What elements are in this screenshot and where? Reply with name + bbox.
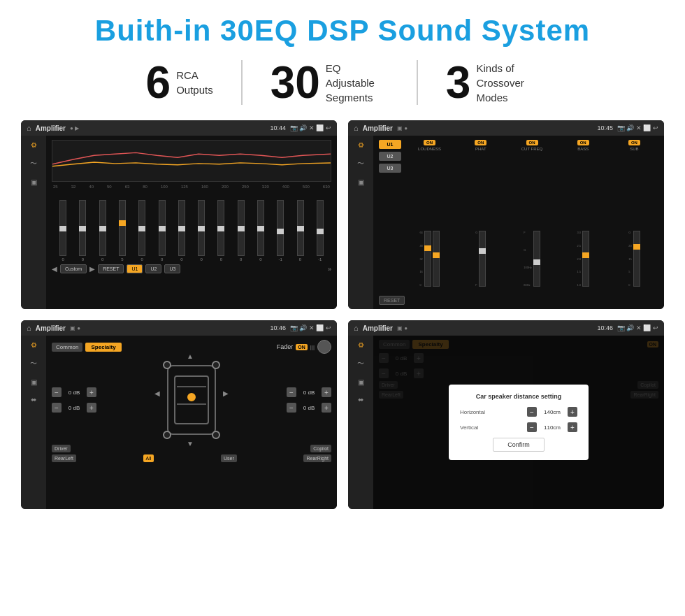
dialog-title: Car speaker distance setting: [460, 393, 577, 400]
bass-on[interactable]: ON: [577, 140, 589, 145]
eq-slider-6: 0: [159, 192, 166, 262]
vol3-plus[interactable]: +: [322, 387, 331, 397]
vol4-plus[interactable]: +: [322, 403, 331, 413]
loudness-on[interactable]: ON: [424, 140, 435, 145]
phat-on[interactable]: ON: [475, 140, 486, 145]
loudness-slider[interactable]: [424, 231, 431, 287]
stat-number-rca: 6: [146, 60, 171, 105]
dialog-row-horizontal: Horizontal − 140cm +: [460, 407, 577, 417]
eq-topbar-icons: 📷 🔊 ✕ ⬜ ↩: [290, 124, 331, 131]
vol-row-2: − 0 dB +: [52, 403, 96, 413]
vertical-minus-btn[interactable]: −: [527, 422, 537, 432]
horizontal-value-group: − 140cm +: [527, 407, 577, 417]
confirm-button[interactable]: Confirm: [493, 438, 545, 452]
eq-slider-14: -1: [317, 192, 324, 262]
bass-slider[interactable]: [582, 231, 589, 287]
right-nav-icon: ▶: [223, 389, 229, 397]
horizontal-minus-btn[interactable]: −: [527, 407, 537, 417]
phat-slider[interactable]: [479, 231, 486, 287]
eq-slider-10: 0: [238, 192, 245, 262]
stat-text-eq: EQ Adjustable Segments: [326, 61, 389, 105]
vol1-minus[interactable]: −: [52, 387, 62, 397]
eq-body: ⚙ 〜 ▣ 2532 4050 6380 1001: [21, 136, 337, 309]
dialog-overlay: Car speaker distance setting Horizontal …: [373, 336, 664, 509]
speaker-icon-4: ▣: [358, 378, 364, 386]
dialog-topbar-icons: 📷 🔊 ✕ ⬜ ↩: [617, 324, 658, 331]
bass-label: BASS: [577, 147, 589, 151]
screen-eq: ⌂ Amplifier ● ▶ 10:44 📷 🔊 ✕ ⬜ ↩ ⚙ 〜 ▣: [21, 120, 337, 309]
rearleft-btn[interactable]: RearLeft: [52, 454, 76, 462]
eq-bottom-bar: ◀ Custom ▶ RESET U1 U2 U3 »: [52, 264, 331, 273]
vol2-minus[interactable]: −: [52, 403, 62, 413]
vol1-value: 0 dB: [64, 389, 84, 396]
eq-u2-btn[interactable]: U2: [145, 264, 161, 273]
speaker-icon: ▣: [31, 178, 37, 186]
preset-u2[interactable]: U2: [379, 152, 401, 161]
driver-btn[interactable]: Driver: [52, 445, 71, 452]
crossover-sidebar: ⚙ 〜 ▣: [348, 136, 373, 309]
crossover-topbar: ⌂ Amplifier ▣ ● 10:45 📷 🔊 ✕ ⬜ ↩: [348, 120, 664, 136]
screen-fader: ⌂ Amplifier ▣ ● 10:46 📷 🔊 ✕ ⬜ ↩ ⚙ 〜 ▣ ⬌ …: [21, 320, 337, 509]
eq-slider-12: -1: [277, 192, 284, 262]
user-btn[interactable]: User: [221, 454, 237, 462]
eq-u1-btn[interactable]: U1: [127, 264, 143, 273]
crossover-presets: U1 U2 U3: [379, 140, 401, 287]
stat-rca: 6 RCA Outputs: [118, 60, 243, 105]
eq-graph: [52, 140, 331, 182]
eq-topbar-time: 10:44: [270, 124, 286, 131]
crossover-body: ⚙ 〜 ▣ U1 U2 U3 ON: [348, 136, 664, 309]
eq-next-icon[interactable]: ▶: [89, 265, 95, 273]
eq-u3-btn[interactable]: U3: [164, 264, 180, 273]
all-btn[interactable]: All: [143, 454, 154, 462]
fader-common-btn[interactable]: Common: [52, 343, 82, 352]
channel-sub: ON SUB G 20 15 5 0: [610, 140, 658, 287]
dialog-sidebar: ⚙ 〜 ▣ ⬌: [348, 336, 373, 509]
cutfreq-slider[interactable]: [533, 231, 540, 287]
sub-slider[interactable]: [633, 231, 640, 287]
fader-top: Common Specialty Fader ON |||: [52, 340, 331, 354]
stat-number-eq: 30: [271, 60, 320, 105]
vol2-plus[interactable]: +: [87, 403, 96, 413]
fader-vol-controls: − 0 dB + − 0 dB +: [52, 387, 96, 413]
vertical-plus-btn[interactable]: +: [568, 422, 577, 432]
eq-reset-btn[interactable]: RESET: [98, 264, 124, 273]
eq-slider-4: 5: [119, 192, 126, 262]
preset-u1[interactable]: U1: [379, 140, 401, 149]
vertical-label: Vertical: [460, 424, 478, 431]
stat-text-rca: RCA Outputs: [176, 68, 213, 97]
loudness-slider-2[interactable]: [433, 231, 440, 287]
eq-expand-icon[interactable]: »: [328, 266, 331, 273]
eq-slider-1: 0: [59, 192, 66, 262]
cutfreq-on[interactable]: ON: [526, 140, 538, 145]
wave-icon-3: 〜: [30, 359, 37, 368]
crossover-channels: ON LOUDNESS 64 48 32 16 0: [405, 140, 658, 287]
channel-cutfreq: ON CUT FREQ F G 100Hz 80Hz: [507, 140, 556, 287]
eq-topbar: ⌂ Amplifier ● ▶ 10:44 📷 🔊 ✕ ⬜ ↩: [21, 120, 337, 136]
home-icon-4: ⌂: [354, 324, 359, 332]
vol3-minus[interactable]: −: [287, 387, 296, 397]
fader-specialty-btn[interactable]: Specialty: [85, 343, 121, 352]
vol4-minus[interactable]: −: [287, 403, 296, 413]
crossover-reset-btn[interactable]: RESET: [379, 296, 405, 305]
eq-sliders-row: 0 0 0 5: [52, 192, 331, 262]
crosshair-dot: [187, 393, 196, 401]
screen-crossover: ⌂ Amplifier ▣ ● 10:45 📷 🔊 ✕ ⬜ ↩ ⚙ 〜 ▣ U1…: [348, 120, 664, 309]
fader-vol-controls-right: − 0 dB + − 0 dB +: [287, 387, 331, 413]
rearright-btn[interactable]: RearRight: [303, 454, 331, 462]
screens-grid: ⌂ Amplifier ● ▶ 10:44 📷 🔊 ✕ ⬜ ↩ ⚙ 〜 ▣: [21, 120, 664, 509]
horizontal-plus-btn[interactable]: +: [568, 407, 577, 417]
vol1-plus[interactable]: +: [87, 387, 96, 397]
horizontal-label: Horizontal: [460, 409, 485, 415]
channel-bass: ON BASS 3.0 2.5 2.0 1.5 1.0: [559, 140, 607, 287]
eq-slider-11: 0: [257, 192, 264, 262]
vol-row-4: − 0 dB +: [287, 403, 331, 413]
eq-icon: ⚙: [31, 141, 37, 149]
eq-prev-icon[interactable]: ◀: [52, 265, 57, 273]
loudness-label: LOUDNESS: [418, 147, 441, 151]
stats-row: 6 RCA Outputs 30 EQ Adjustable Segments …: [21, 60, 664, 105]
preset-u3[interactable]: U3: [379, 164, 401, 173]
fader-bars-icon: |||: [310, 344, 315, 350]
copilot-btn[interactable]: Copilot: [310, 445, 331, 452]
sub-on[interactable]: ON: [628, 140, 640, 145]
eq-slider-3: 0: [99, 192, 106, 262]
